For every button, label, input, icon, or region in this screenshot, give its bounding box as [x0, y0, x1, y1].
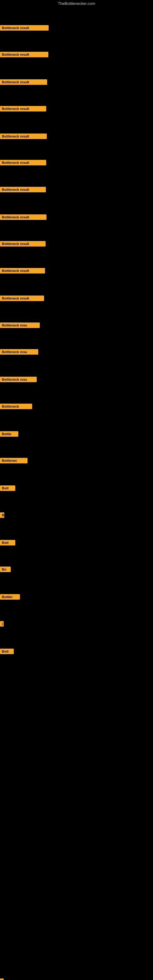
bottleneck-badge: Bottleneck result — [0, 52, 48, 57]
bottleneck-result-item[interactable]: B — [0, 512, 4, 519]
bottleneck-badge: Bottleneck — [0, 404, 32, 409]
bottleneck-badge: Bottler — [0, 594, 20, 600]
bottleneck-badge: Bottleneck resu — [0, 377, 37, 382]
bottleneck-result-item[interactable]: Bottleneck result — [0, 106, 46, 113]
bottleneck-result-item[interactable]: Bottleneck resu — [0, 349, 38, 356]
bottleneck-result-item[interactable]: Bottleneck result — [0, 134, 47, 140]
bottleneck-result-item[interactable]: Bottleneck result — [0, 268, 45, 275]
site-title: TheBottlenecker.com — [0, 0, 153, 8]
bottleneck-badge: Bottleneck result — [0, 160, 46, 165]
bottleneck-badge: Bottleneck resu — [0, 323, 40, 328]
bottleneck-result-item[interactable]: | — [0, 978, 4, 980]
bottleneck-badge: | — [0, 621, 4, 627]
bottleneck-result-item[interactable]: Bottleneck result — [0, 187, 46, 194]
bottleneck-result-item[interactable]: Bottle — [0, 431, 18, 438]
bottleneck-badge: B — [0, 512, 4, 518]
bottleneck-result-item[interactable]: Bottleneck result — [0, 241, 46, 248]
bottleneck-result-item[interactable]: Bottleneck — [0, 404, 32, 410]
bottleneck-result-item[interactable]: Bottlenec — [0, 458, 27, 465]
bottleneck-badge: Bottleneck result — [0, 134, 47, 139]
bottleneck-result-item[interactable]: Bottleneck result — [0, 215, 46, 221]
bottleneck-badge: Bottleneck result — [0, 79, 47, 85]
bottleneck-result-item[interactable]: | — [0, 621, 4, 628]
bottleneck-badge: Bottleneck result — [0, 268, 45, 274]
bottleneck-badge: Bottleneck result — [0, 106, 46, 111]
bottleneck-badge: Bottleneck result — [0, 25, 49, 30]
bottleneck-result-item[interactable]: Bottleneck resu — [0, 323, 40, 329]
bottleneck-result-item[interactable]: Bottleneck result — [0, 296, 44, 302]
bottleneck-result-item[interactable]: Bottleneck result — [0, 79, 47, 86]
bottleneck-badge: Bott — [0, 649, 14, 654]
bottleneck-result-item[interactable]: Bott — [0, 485, 15, 492]
bottleneck-badge: Bott — [0, 540, 15, 546]
bottleneck-badge: Bott — [0, 485, 15, 491]
bottleneck-badge: Bottlenec — [0, 458, 27, 463]
bottleneck-result-item[interactable]: Bottleneck result — [0, 160, 46, 167]
bottleneck-result-item[interactable]: Bottleneck result — [0, 25, 49, 32]
bottleneck-badge: Bottle — [0, 431, 18, 437]
bottleneck-result-item[interactable]: Bott — [0, 649, 14, 655]
bottleneck-badge: Bo — [0, 566, 11, 572]
bottleneck-badge: Bottleneck result — [0, 296, 44, 301]
bottleneck-badge: Bottleneck result — [0, 241, 46, 247]
bottleneck-badge: Bottleneck resu — [0, 349, 38, 355]
bottleneck-result-item[interactable]: Bottleneck resu — [0, 377, 37, 383]
bottleneck-result-item[interactable]: Bo — [0, 566, 11, 573]
bottleneck-result-item[interactable]: Bott — [0, 540, 15, 547]
bottleneck-badge: | — [0, 978, 4, 980]
bottleneck-result-item[interactable]: Bottleneck result — [0, 52, 48, 59]
bottleneck-badge: Bottleneck result — [0, 187, 46, 192]
bottleneck-badge: Bottleneck result — [0, 215, 46, 220]
bottleneck-result-item[interactable]: Bottler — [0, 594, 20, 601]
